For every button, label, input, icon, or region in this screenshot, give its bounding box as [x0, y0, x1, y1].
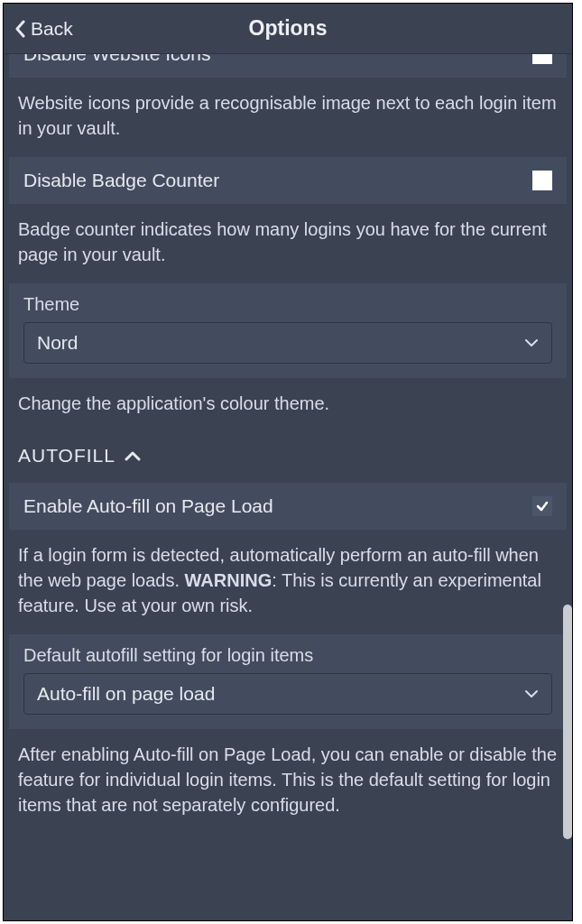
- disable-website-icons-label: Disable Website Icons: [23, 54, 532, 65]
- disable-website-icons-checkbox[interactable]: [532, 54, 552, 64]
- check-icon: [535, 499, 550, 513]
- page-title: Options: [249, 16, 328, 41]
- chevron-left-icon: [14, 20, 25, 38]
- scrollbar-track[interactable]: [563, 54, 572, 920]
- enable-autofill-checkbox[interactable]: [532, 496, 552, 516]
- theme-label: Theme: [23, 294, 552, 315]
- enable-autofill-row[interactable]: Enable Auto-fill on Page Load: [9, 483, 567, 530]
- disable-website-icons-desc: Website icons provide a recognisable ima…: [4, 81, 572, 153]
- scroll-area: Disable Website Icons Website icons prov…: [4, 54, 572, 920]
- default-autofill-label: Default autofill setting for login items: [23, 645, 552, 666]
- options-panel: Back Options Disable Website Icons Websi…: [3, 3, 573, 921]
- disable-badge-counter-checkbox[interactable]: [532, 171, 552, 190]
- autofill-section-header[interactable]: AUTOFILL: [4, 429, 572, 479]
- enable-autofill-label: Enable Auto-fill on Page Load: [23, 495, 532, 517]
- warning-label: WARNING: [185, 570, 273, 590]
- disable-badge-counter-label: Disable Badge Counter: [23, 170, 532, 191]
- theme-desc: Change the application's colour theme.: [4, 382, 572, 429]
- theme-value: Nord: [37, 332, 79, 354]
- chevron-up-icon: [125, 450, 141, 461]
- header: Back Options: [4, 4, 572, 54]
- back-label: Back: [31, 18, 73, 40]
- disable-badge-counter-row[interactable]: Disable Badge Counter: [9, 157, 567, 204]
- default-autofill-select[interactable]: Auto-fill on page load: [23, 673, 552, 715]
- chevron-down-icon: [524, 338, 539, 347]
- enable-autofill-desc: If a login form is detected, automatical…: [4, 533, 572, 631]
- default-autofill-value: Auto-fill on page load: [37, 683, 215, 705]
- theme-select[interactable]: Nord: [23, 322, 552, 364]
- default-autofill-desc: After enabling Auto-fill on Page Load, y…: [4, 733, 572, 830]
- scrollbar-thumb[interactable]: [563, 605, 572, 839]
- chevron-down-icon: [524, 689, 539, 698]
- autofill-section-label: AUTOFILL: [18, 445, 115, 467]
- disable-website-icons-row[interactable]: Disable Website Icons: [9, 54, 567, 78]
- default-autofill-block: Default autofill setting for login items…: [9, 634, 567, 729]
- content: Disable Website Icons Website icons prov…: [4, 54, 572, 830]
- disable-badge-counter-desc: Badge counter indicates how many logins …: [4, 208, 572, 280]
- theme-block: Theme Nord: [9, 283, 567, 378]
- back-button[interactable]: Back: [14, 4, 73, 54]
